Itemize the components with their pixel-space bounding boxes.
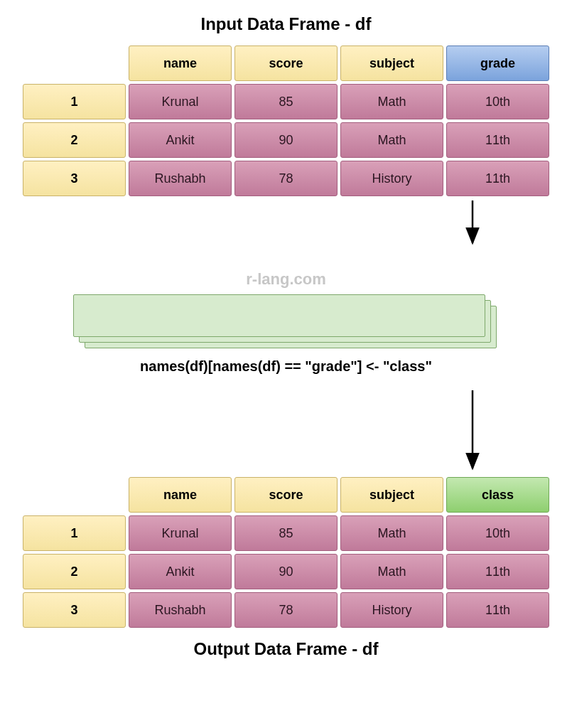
cell: Math <box>340 515 443 551</box>
arrow-down-icon <box>16 389 556 474</box>
col-header-score: score <box>234 477 338 513</box>
output-title: Output Data Frame - df <box>14 639 558 659</box>
col-header-grade: grade <box>446 46 549 81</box>
cell: Krunal <box>129 515 232 551</box>
row-index: 2 <box>23 554 126 589</box>
cell: 85 <box>234 515 338 551</box>
code-block <box>73 294 500 351</box>
cell: 10th <box>446 84 549 119</box>
corner-cell <box>23 46 126 81</box>
row-index: 2 <box>23 122 126 158</box>
output-table: name score subject class 1 Krunal 85 Mat… <box>20 474 552 631</box>
cell: 85 <box>234 84 338 119</box>
row-index: 1 <box>23 84 126 119</box>
input-table: name score subject grade 1 Krunal 85 Mat… <box>20 43 552 199</box>
cell: Math <box>340 554 443 589</box>
cell: 11th <box>446 161 549 196</box>
cell: Math <box>340 122 443 158</box>
cell: History <box>340 161 443 196</box>
arrow-down-icon <box>16 199 556 249</box>
cell: Math <box>340 84 443 119</box>
code-line: names(df)[names(df) == "grade"] <- "clas… <box>14 358 558 375</box>
cell: Ankit <box>129 122 232 158</box>
col-header-subject: subject <box>340 46 443 81</box>
cell: 90 <box>234 122 338 158</box>
cell: 11th <box>446 122 549 158</box>
col-header-class: class <box>446 477 549 513</box>
col-header-name: name <box>129 477 232 513</box>
row-index: 3 <box>23 161 126 196</box>
cell: 11th <box>446 554 549 589</box>
cell: History <box>340 592 443 628</box>
cell: 11th <box>446 592 549 628</box>
cell: 10th <box>446 515 549 551</box>
cell: Ankit <box>129 554 232 589</box>
row-index: 1 <box>23 515 126 551</box>
cell: Rushabh <box>129 161 232 196</box>
corner-cell <box>23 477 126 513</box>
cell: Krunal <box>129 84 232 119</box>
col-header-score: score <box>234 46 338 81</box>
col-header-name: name <box>129 46 232 81</box>
watermark: r-lang.com <box>14 270 558 289</box>
row-index: 3 <box>23 592 126 628</box>
input-title: Input Data Frame - df <box>14 14 558 34</box>
cell: Rushabh <box>129 592 232 628</box>
col-header-subject: subject <box>340 477 443 513</box>
cell: 78 <box>234 592 338 628</box>
cell: 90 <box>234 554 338 589</box>
cell: 78 <box>234 161 338 196</box>
